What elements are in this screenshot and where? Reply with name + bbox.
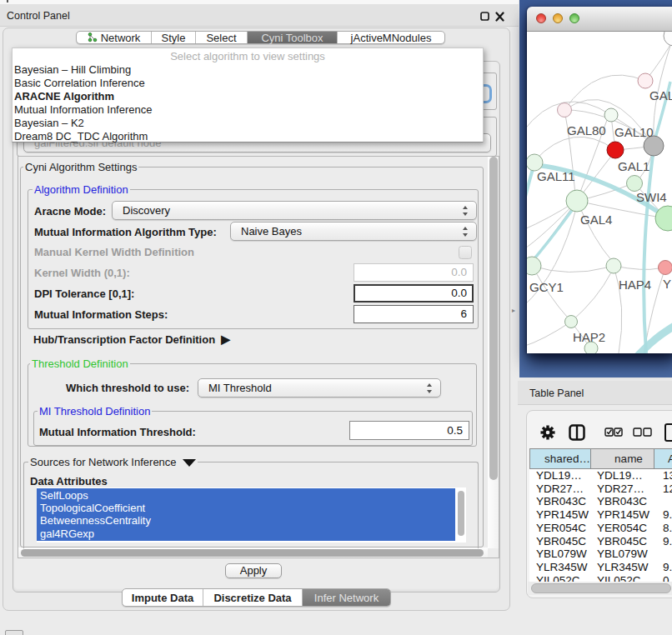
svg-text:Y: Y <box>663 277 671 291</box>
svg-text:GAL7: GAL7 <box>649 88 672 102</box>
svg-text:GAL4: GAL4 <box>580 212 612 227</box>
svg-text:GAL80: GAL80 <box>567 123 606 138</box>
svg-text:GCY1: GCY1 <box>529 280 564 294</box>
svg-text:SWI4: SWI4 <box>636 190 667 204</box>
svg-text:HAP4: HAP4 <box>619 278 651 292</box>
svg-text:HAP2: HAP2 <box>573 330 605 344</box>
svg-text:GAL10: GAL10 <box>614 125 654 139</box>
svg-text:GAL1: GAL1 <box>618 159 649 173</box>
svg-text:GAL11: GAL11 <box>537 169 575 183</box>
